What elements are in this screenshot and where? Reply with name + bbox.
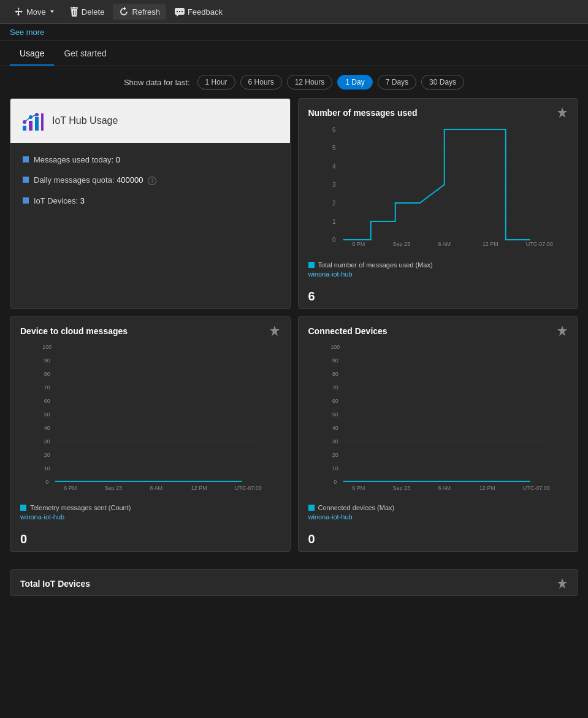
- svg-text:60: 60: [332, 398, 338, 404]
- iot-hub-header: IoT Hub Usage: [10, 99, 290, 143]
- delete-button[interactable]: Delete: [64, 4, 111, 20]
- svg-text:4: 4: [332, 163, 335, 170]
- chevron-down-icon: [49, 9, 55, 15]
- move-button[interactable]: Move: [7, 4, 61, 20]
- connected-devices-chart-container: 100 90 80 70 60 50 40 30 20 10 0: [299, 343, 578, 499]
- svg-text:0: 0: [332, 237, 335, 243]
- time-30d-button[interactable]: 30 Days: [421, 75, 464, 90]
- messages-chart-container: 6 5 4 3 2 1 0 6 PM Sep 23 6 A: [299, 124, 578, 256]
- svg-text:6 AM: 6 AM: [438, 485, 451, 491]
- connected-devices-legend-color: [308, 505, 315, 511]
- see-more-bar: See more: [0, 24, 588, 41]
- svg-text:40: 40: [44, 425, 50, 431]
- quota-info-icon[interactable]: i: [148, 177, 156, 185]
- svg-text:3: 3: [332, 181, 335, 188]
- total-devices-pin-icon[interactable]: [557, 578, 568, 589]
- feedback-icon: [175, 7, 185, 17]
- device-cloud-chart-header: Device to cloud messages: [10, 317, 290, 343]
- svg-text:50: 50: [44, 411, 50, 418]
- svg-text:40: 40: [332, 425, 338, 431]
- tab-bar: Usage Get started: [0, 42, 588, 66]
- svg-text:80: 80: [44, 371, 50, 377]
- see-more-link[interactable]: See more: [10, 28, 44, 37]
- svg-text:12 PM: 12 PM: [479, 485, 495, 491]
- svg-text:Sep 23: Sep 23: [392, 485, 410, 491]
- feedback-button[interactable]: Feedback: [169, 4, 229, 20]
- svg-text:UTC-07:00: UTC-07:00: [525, 241, 552, 247]
- device-cloud-chart-container: 100 90 80 70 60 50 40 30 20 10 0: [10, 343, 290, 499]
- device-cloud-legend: Telemetry messages sent (Count) winona-i…: [10, 499, 290, 530]
- device-cloud-legend-value: 0: [10, 530, 290, 551]
- time-12h-button[interactable]: 12 Hours: [287, 75, 333, 90]
- connected-devices-legend-value: 0: [299, 530, 578, 551]
- svg-text:6 AM: 6 AM: [150, 485, 162, 491]
- svg-text:0: 0: [45, 479, 48, 485]
- daily-quota-metric: Daily messages quota: 400000 i: [23, 175, 278, 185]
- svg-text:UTC-07:00: UTC-07:00: [522, 485, 549, 491]
- svg-text:12 PM: 12 PM: [482, 241, 498, 247]
- connected-devices-chart-svg: 100 90 80 70 60 50 40 30 20 10 0: [306, 343, 571, 490]
- messages-used-metric: Messages used today: 0: [23, 155, 278, 164]
- svg-text:UTC-07:00: UTC-07:00: [235, 485, 262, 491]
- iot-hub-icon: [20, 109, 45, 133]
- metric-indicator-3: [23, 197, 29, 204]
- iot-devices-metric: IoT Devices: 3: [23, 196, 278, 205]
- refresh-button[interactable]: Refresh: [113, 4, 166, 20]
- total-devices-title: Total IoT Devices: [20, 579, 90, 589]
- connected-devices-chart-card: Connected Devices 100 90 80 70 60 50 40 …: [298, 316, 579, 552]
- svg-text:70: 70: [332, 384, 338, 391]
- svg-text:30: 30: [44, 438, 50, 445]
- messages-chart-card: Number of messages used 6 5 4 3 2 1 0: [298, 98, 579, 309]
- device-cloud-pin-icon[interactable]: [269, 326, 280, 337]
- tab-get-started[interactable]: Get started: [54, 42, 116, 66]
- messages-chart-legend: Total number of messages used (Max) wino…: [299, 256, 578, 287]
- svg-text:1: 1: [332, 218, 335, 225]
- svg-text:10: 10: [44, 465, 50, 472]
- connected-devices-chart-header: Connected Devices: [299, 317, 578, 343]
- messages-legend-color: [308, 262, 315, 268]
- device-cloud-legend-color: [20, 505, 26, 511]
- svg-text:60: 60: [44, 398, 50, 404]
- messages-chart-svg: 6 5 4 3 2 1 0 6 PM Sep 23 6 A: [306, 124, 571, 247]
- svg-rect-3: [41, 113, 44, 131]
- svg-text:80: 80: [332, 371, 338, 377]
- bottom-section: Total IoT Devices: [0, 569, 588, 606]
- svg-text:10: 10: [332, 465, 338, 472]
- svg-text:6 AM: 6 AM: [438, 241, 451, 247]
- device-cloud-chart-title: Device to cloud messages: [20, 326, 128, 336]
- messages-pin-icon[interactable]: [557, 107, 568, 118]
- svg-rect-1: [29, 121, 32, 131]
- total-devices-card: Total IoT Devices: [10, 569, 578, 596]
- time-7d-button[interactable]: 7 Days: [378, 75, 416, 90]
- svg-text:Sep 23: Sep 23: [104, 485, 122, 491]
- connected-devices-pin-icon[interactable]: [557, 326, 568, 337]
- svg-text:0: 0: [334, 479, 337, 485]
- time-1h-button[interactable]: 1 Hour: [197, 75, 235, 90]
- svg-text:Sep 23: Sep 23: [392, 241, 410, 247]
- iot-hub-usage-card: IoT Hub Usage Messages used today: 0 Dai…: [10, 98, 291, 309]
- svg-text:30: 30: [332, 438, 338, 445]
- total-devices-header: Total IoT Devices: [10, 570, 578, 595]
- tab-usage[interactable]: Usage: [10, 42, 54, 66]
- svg-text:70: 70: [44, 384, 50, 391]
- dashboard-grid: IoT Hub Usage Messages used today: 0 Dai…: [0, 98, 588, 562]
- svg-text:6 PM: 6 PM: [352, 241, 365, 247]
- device-cloud-chart-card: Device to cloud messages 100 90 80 70 60…: [10, 316, 291, 552]
- messages-chart-header: Number of messages used: [299, 99, 578, 124]
- svg-rect-9: [23, 197, 29, 204]
- refresh-icon: [119, 7, 129, 17]
- connected-devices-legend: Connected devices (Max) winona-iot-hub: [299, 499, 578, 530]
- time-6h-button[interactable]: 6 Hours: [240, 75, 282, 90]
- time-1d-button[interactable]: 1 Day: [337, 75, 372, 90]
- svg-rect-2: [35, 117, 39, 131]
- svg-text:6 PM: 6 PM: [64, 485, 77, 491]
- svg-text:50: 50: [332, 411, 338, 418]
- svg-text:20: 20: [332, 452, 338, 458]
- iot-hub-body: Messages used today: 0 Daily messages qu…: [10, 143, 290, 229]
- svg-rect-7: [23, 156, 29, 162]
- delete-icon: [70, 7, 78, 17]
- svg-text:90: 90: [332, 357, 338, 364]
- svg-text:100: 100: [42, 344, 52, 350]
- toolbar: Move Delete Refresh Feedback: [0, 0, 588, 24]
- svg-text:6: 6: [332, 126, 335, 133]
